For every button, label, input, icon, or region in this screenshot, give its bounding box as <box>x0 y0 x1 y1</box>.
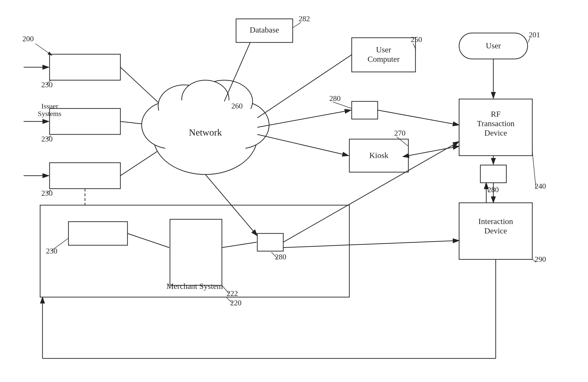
svg-text:260: 260 <box>231 102 243 110</box>
svg-text:280: 280 <box>275 252 286 261</box>
svg-text:240: 240 <box>535 182 546 190</box>
svg-text:Issuer: Issuer <box>41 102 58 110</box>
svg-text:Systems: Systems <box>38 110 61 117</box>
svg-text:290: 290 <box>535 255 546 263</box>
svg-text:230: 230 <box>41 80 53 89</box>
svg-text:250: 250 <box>411 35 422 44</box>
svg-text:230: 230 <box>46 247 57 255</box>
svg-text:RF: RF <box>491 110 501 118</box>
svg-rect-42 <box>170 219 222 285</box>
svg-text:User: User <box>376 45 391 54</box>
svg-text:Merchant System: Merchant System <box>167 282 223 290</box>
svg-text:230: 230 <box>41 189 53 197</box>
svg-text:Transaction: Transaction <box>477 119 514 128</box>
svg-text:Interaction: Interaction <box>478 217 513 226</box>
svg-rect-43 <box>257 233 283 251</box>
svg-text:222: 222 <box>227 289 238 298</box>
svg-text:282: 282 <box>299 14 310 23</box>
svg-text:Network: Network <box>189 127 222 138</box>
svg-rect-5 <box>50 163 120 189</box>
svg-text:Database: Database <box>250 25 279 34</box>
svg-text:201: 201 <box>529 30 540 39</box>
svg-text:Device: Device <box>484 129 507 137</box>
svg-rect-26 <box>352 101 378 119</box>
svg-rect-41 <box>68 222 127 245</box>
diagram-container: 200 282 250 260 270 240 201 290 220 222 … <box>0 0 588 382</box>
svg-text:280: 280 <box>329 94 341 103</box>
svg-text:Kiosk: Kiosk <box>369 151 388 160</box>
diagram-svg: 200 282 250 260 270 240 201 290 220 222 … <box>0 0 588 382</box>
svg-text:Device: Device <box>484 226 507 235</box>
svg-text:230: 230 <box>41 135 53 143</box>
svg-rect-35 <box>480 165 506 183</box>
svg-text:Computer: Computer <box>368 55 400 63</box>
svg-text:220: 220 <box>230 299 241 307</box>
svg-text:280: 280 <box>487 185 499 194</box>
svg-text:270: 270 <box>394 129 405 137</box>
svg-text:User: User <box>486 41 501 50</box>
svg-text:200: 200 <box>22 35 34 43</box>
svg-rect-3 <box>50 54 120 80</box>
